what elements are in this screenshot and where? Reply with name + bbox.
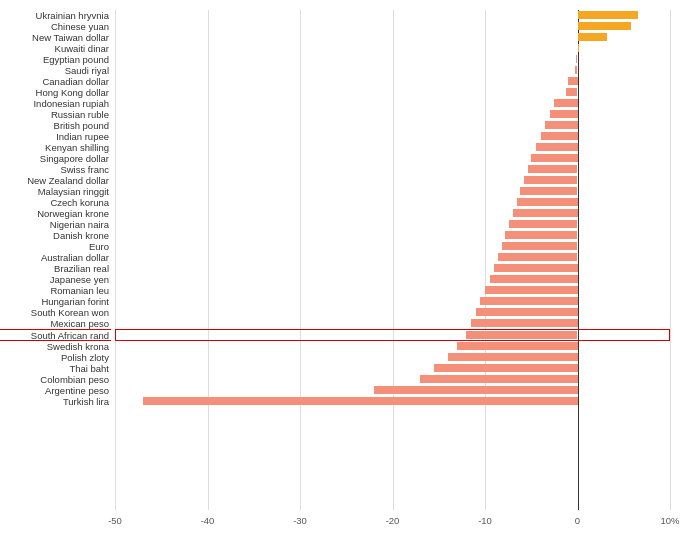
y-label: Chinese yuan	[0, 21, 111, 31]
bar	[498, 253, 578, 261]
bar	[536, 143, 578, 151]
bar-row	[115, 318, 670, 328]
bar	[476, 308, 578, 316]
y-label: Colombian peso	[0, 374, 111, 384]
bar-row	[115, 263, 670, 273]
bar-row	[115, 230, 670, 240]
bar-row	[115, 120, 670, 130]
bar	[457, 342, 577, 350]
grid-line	[670, 10, 671, 510]
bar	[545, 121, 577, 129]
y-label: Ukrainian hryvnia	[0, 10, 111, 20]
bar	[471, 319, 577, 327]
bar	[578, 11, 638, 19]
chart-container: Ukrainian hryvniaChinese yuanNew Taiwan …	[0, 0, 680, 552]
bar-row	[115, 142, 670, 152]
x-tick-label: -20	[386, 515, 400, 526]
y-label: Singapore dollar	[0, 153, 111, 163]
y-label: Egyptian pound	[0, 54, 111, 64]
bar	[578, 22, 632, 30]
x-tick-label: -50	[108, 515, 122, 526]
bar-row	[115, 131, 670, 141]
bar	[505, 231, 577, 239]
bar-row	[115, 87, 670, 97]
bar	[513, 209, 578, 217]
bar-row	[115, 208, 670, 218]
y-label: British pound	[0, 120, 111, 130]
bar-row	[115, 153, 670, 163]
bar-row	[115, 363, 670, 373]
bar-row	[115, 21, 670, 31]
y-label: Saudi riyal	[0, 65, 111, 75]
y-label: Polish zloty	[0, 352, 111, 362]
bar-row	[115, 241, 670, 251]
bar-row	[115, 10, 670, 20]
bar	[502, 242, 578, 250]
bar	[568, 77, 577, 85]
grid-and-bars	[115, 10, 670, 510]
y-label: New Taiwan dollar	[0, 32, 111, 42]
y-label: Czech koruna	[0, 197, 111, 207]
bar	[420, 375, 577, 383]
bars-container	[115, 10, 670, 510]
bar	[578, 33, 608, 41]
bar-row	[115, 54, 670, 64]
y-label: Brazilian real	[0, 263, 111, 273]
chart-area: -50-40-30-20-10010%	[115, 10, 670, 532]
x-tick-label: 0	[575, 515, 580, 526]
bar	[554, 99, 577, 107]
y-label: Hong Kong dollar	[0, 87, 111, 97]
bar	[448, 353, 578, 361]
y-label: Indian rupee	[0, 131, 111, 141]
bar-row	[115, 274, 670, 284]
bar-row	[115, 285, 670, 295]
y-label: Romanian leu	[0, 285, 111, 295]
bar-row	[115, 43, 670, 53]
bar-row	[115, 175, 670, 185]
bar	[494, 264, 577, 272]
bar-row	[115, 307, 670, 317]
x-tick-label: 10%	[660, 515, 679, 526]
bar	[541, 132, 578, 140]
bar	[528, 165, 577, 173]
y-label: Malaysian ringgit	[0, 186, 111, 196]
bar	[480, 297, 577, 305]
bar-row	[115, 65, 670, 75]
bar-row	[115, 76, 670, 86]
bar	[524, 176, 578, 184]
bar-row	[115, 296, 670, 306]
y-label: Canadian dollar	[0, 76, 111, 86]
bar	[531, 154, 577, 162]
bar-row	[115, 329, 670, 341]
bar-row	[115, 98, 670, 108]
y-label: Kuwaiti dinar	[0, 43, 111, 53]
bar	[517, 198, 577, 206]
bar	[490, 275, 578, 283]
bar	[374, 386, 578, 394]
y-label: Nigerian naira	[0, 219, 111, 229]
y-label: Japanese yen	[0, 274, 111, 284]
bar	[143, 397, 578, 405]
y-label: Danish krone	[0, 230, 111, 240]
y-label: Hungarian forint	[0, 296, 111, 306]
y-label: South Korean won	[0, 307, 111, 317]
y-label: Thai baht	[0, 363, 111, 373]
y-label: Norwegian krone	[0, 208, 111, 218]
bar-row	[115, 219, 670, 229]
bar-row	[115, 32, 670, 42]
bar	[566, 88, 577, 96]
bar-row	[115, 197, 670, 207]
bar-row	[115, 186, 670, 196]
x-tick-label: -10	[478, 515, 492, 526]
bar-row	[115, 164, 670, 174]
bar-row	[115, 341, 670, 351]
y-label: South African rand	[0, 329, 111, 341]
bar	[434, 364, 577, 372]
y-label: New Zealand dollar	[0, 175, 111, 185]
bar	[466, 331, 577, 339]
y-label: Euro	[0, 241, 111, 251]
y-label: Swiss franc	[0, 164, 111, 174]
y-label: Russian ruble	[0, 109, 111, 119]
bar	[575, 66, 578, 74]
y-label: Australian dollar	[0, 252, 111, 262]
